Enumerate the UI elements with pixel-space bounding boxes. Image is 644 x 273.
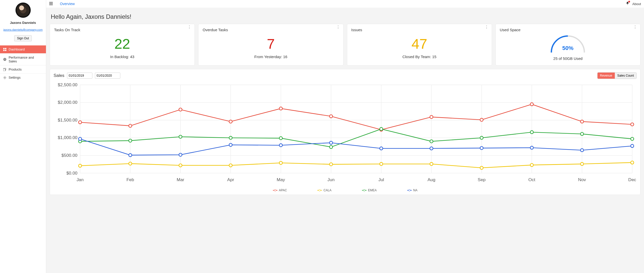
svg-point-49	[329, 115, 333, 118]
sales-title: Sales	[54, 73, 64, 78]
svg-text:Aug: Aug	[427, 177, 435, 182]
svg-point-56	[78, 164, 81, 167]
svg-point-87	[430, 147, 433, 150]
svg-point-75	[430, 140, 433, 143]
sidebar-item-label: Settings	[9, 76, 21, 79]
toggle-sales-count[interactable]: Sales Count	[615, 73, 636, 79]
svg-point-79	[631, 137, 634, 140]
notifications-bell[interactable]	[626, 2, 629, 6]
gear-icon	[3, 76, 7, 79]
card-value: 47	[351, 36, 488, 52]
user-email-link[interactable]: jaxons.danniels@company.com	[3, 28, 43, 31]
sidebar: Jaxons Danniels jaxons.danniels@company.…	[0, 0, 46, 273]
svg-point-60	[279, 161, 282, 164]
svg-point-78	[581, 132, 584, 135]
card-subtext: In Backlog: 43	[54, 55, 190, 59]
stat-cards-row: Tasks On Track ⋮ 22 In Backlog: 43 Overd…	[46, 24, 644, 65]
sidebar-item-label: Performance and Sales	[9, 56, 43, 63]
svg-point-65	[530, 163, 533, 166]
avatar[interactable]	[15, 3, 31, 18]
card-used-space: Used Space ⋮ 50% 25 of 50GB Used	[496, 24, 640, 65]
svg-text:Jul: Jul	[378, 177, 384, 182]
svg-point-61	[329, 163, 333, 166]
hamburger-icon[interactable]	[49, 2, 53, 6]
svg-point-69	[129, 139, 132, 142]
legend-item[interactable]: NA	[407, 189, 418, 192]
sign-out-button[interactable]: Sign Out	[14, 35, 32, 41]
card-menu-icon[interactable]: ⋮	[485, 27, 489, 28]
user-name: Jaxons Danniels	[10, 21, 36, 25]
sidebar-item-performance[interactable]: Performance and Sales	[0, 54, 46, 65]
card-menu-icon[interactable]: ⋮	[187, 27, 191, 28]
toggle-revenue[interactable]: Revenue	[598, 73, 615, 79]
card-value: 7	[203, 36, 339, 52]
svg-point-80	[78, 137, 81, 140]
svg-point-89	[530, 146, 533, 149]
date-from-input[interactable]	[67, 73, 92, 79]
card-subtext: From Yesterday: 16	[203, 55, 339, 59]
legend-item[interactable]: EMEA	[362, 189, 377, 192]
main: Overview About Hello Again, Jaxons Danni…	[46, 0, 644, 273]
svg-text:Oct: Oct	[529, 177, 535, 182]
svg-text:$0.00: $0.00	[66, 170, 77, 176]
chart-legend: APACCALAEMEANA	[54, 189, 637, 192]
svg-point-48	[279, 107, 282, 110]
card-title: Overdue Tasks	[203, 28, 339, 32]
svg-point-81	[129, 153, 132, 157]
svg-point-55	[631, 123, 634, 126]
legend-item[interactable]: CALA	[317, 189, 331, 192]
svg-text:$2,000.00: $2,000.00	[58, 100, 77, 105]
svg-point-84	[279, 144, 282, 147]
svg-rect-3	[5, 50, 6, 51]
svg-point-73	[329, 145, 333, 148]
card-title: Issues	[351, 28, 488, 32]
sidebar-item-dashboard[interactable]: Dashboard	[0, 45, 46, 54]
svg-point-44	[78, 121, 81, 124]
svg-text:May: May	[277, 177, 285, 182]
svg-point-62	[380, 162, 383, 165]
svg-point-52	[480, 118, 483, 121]
copy-icon	[3, 68, 7, 71]
card-title: Tasks On Track	[54, 28, 190, 32]
svg-point-82	[179, 153, 182, 156]
svg-text:Sep: Sep	[478, 177, 486, 182]
svg-point-64	[480, 166, 483, 169]
card-value: 22	[54, 36, 190, 52]
svg-point-71	[229, 136, 232, 139]
card-menu-icon[interactable]: ⋮	[633, 27, 637, 28]
svg-text:Mar: Mar	[177, 177, 184, 182]
about-link[interactable]: About	[632, 2, 641, 6]
svg-point-72	[279, 137, 282, 140]
svg-point-51	[430, 115, 433, 118]
svg-text:Feb: Feb	[126, 177, 134, 182]
svg-point-70	[179, 135, 182, 138]
card-overdue-tasks: Overdue Tasks ⋮ 7 From Yesterday: 16	[198, 24, 343, 65]
svg-text:Jun: Jun	[327, 177, 335, 182]
svg-point-63	[430, 162, 433, 165]
sidebar-item-settings[interactable]: Settings	[0, 74, 46, 81]
svg-text:$1,000.00: $1,000.00	[58, 135, 77, 140]
legend-item[interactable]: APAC	[273, 189, 287, 192]
svg-point-90	[581, 149, 584, 152]
card-menu-icon[interactable]: ⋮	[336, 27, 340, 28]
svg-point-91	[631, 144, 634, 147]
sidebar-item-label: Dashboard	[9, 47, 25, 51]
svg-point-88	[480, 146, 483, 149]
svg-rect-2	[3, 50, 5, 51]
breadcrumb-overview[interactable]: Overview	[60, 2, 75, 6]
svg-point-45	[129, 124, 132, 127]
svg-point-53	[530, 103, 533, 106]
svg-text:Jan: Jan	[76, 177, 84, 182]
card-issues: Issues ⋮ 47 Closed By Team: 15	[347, 24, 492, 65]
sidebar-item-products[interactable]: Products	[0, 65, 46, 74]
card-tasks-on-track: Tasks On Track ⋮ 22 In Backlog: 43	[50, 24, 195, 65]
grid-icon	[3, 48, 7, 51]
svg-point-59	[229, 164, 232, 167]
sales-panel-header: Sales Revenue Sales Count	[54, 72, 637, 79]
nav: Dashboard Performance and Sales Products…	[0, 45, 46, 81]
svg-point-7	[4, 77, 5, 78]
legend-swatch	[273, 190, 277, 191]
globe-icon	[3, 58, 7, 61]
svg-text:$2,500.00: $2,500.00	[58, 82, 77, 87]
date-to-input[interactable]	[95, 73, 120, 79]
